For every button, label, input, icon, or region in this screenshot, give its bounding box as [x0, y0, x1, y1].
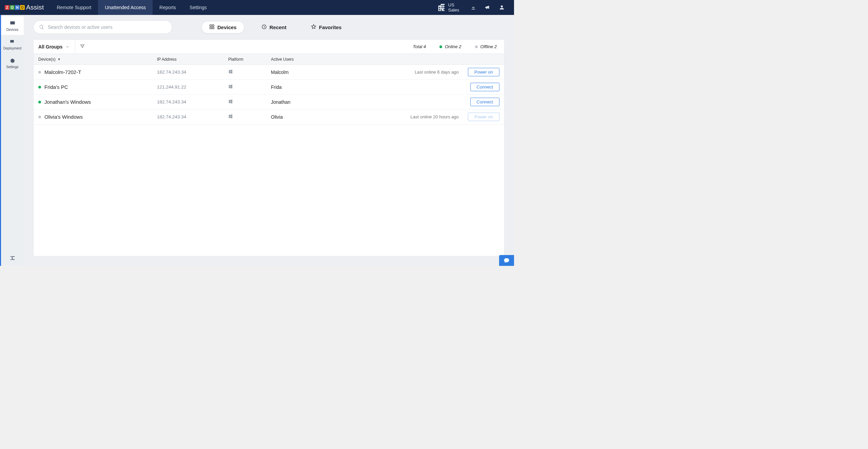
tab-devices[interactable]: Devices: [201, 21, 244, 34]
online-dot-icon: [439, 45, 442, 48]
platform-cell: [228, 99, 271, 105]
svg-rect-0: [210, 25, 212, 26]
content-card: All Groups Total 4 Online 2 Offline 2 De…: [33, 39, 505, 256]
user-icon[interactable]: [498, 4, 505, 11]
status-dot-icon: [38, 71, 41, 74]
main: DevicesRecentFavorites All Groups Total …: [24, 15, 514, 266]
sort-indicator-icon: ▼: [58, 58, 61, 61]
view-tabs: DevicesRecentFavorites: [201, 21, 349, 34]
search-box[interactable]: [33, 20, 172, 34]
collapse-sidebar-button[interactable]: [1, 255, 24, 261]
svg-rect-1: [212, 25, 214, 26]
svg-rect-2: [210, 27, 212, 29]
monitor-icon: [9, 20, 16, 26]
monitor-plus-icon: [9, 39, 16, 45]
col-device[interactable]: Device(s) ▼: [38, 57, 157, 62]
stat-online: Online 2: [439, 44, 461, 49]
chevron-down-icon: [65, 45, 70, 49]
gear-icon: [9, 58, 16, 64]
device-name: Olivia's Windows: [44, 114, 83, 120]
last-online: Last online 6 days ago: [362, 70, 459, 75]
stat-total: Total 4: [413, 44, 426, 49]
offline-dot-icon: [475, 45, 478, 48]
stat-offline: Offline 2: [475, 44, 497, 49]
device-name: Jonathan's Windows: [44, 99, 91, 105]
topnav-remote-support[interactable]: Remote Support: [50, 0, 98, 15]
logo: Z O H O Assist: [0, 4, 50, 11]
topnav-settings[interactable]: Settings: [183, 0, 214, 15]
active-user: Olivia: [271, 114, 362, 120]
tab-favorites[interactable]: Favorites: [303, 21, 349, 33]
sidebar-label: Deployment: [3, 46, 21, 50]
platform-cell: [228, 114, 271, 120]
group-selector[interactable]: All Groups: [38, 40, 75, 54]
table-row[interactable]: Malcolm-7202-T182.74.243.34MalcolmLast o…: [34, 65, 504, 80]
sidebar-item-settings[interactable]: Settings: [1, 54, 24, 72]
announcement-icon[interactable]: [484, 4, 491, 11]
active-user: Malcolm: [271, 70, 362, 75]
tab-recent[interactable]: Recent: [254, 21, 294, 33]
sidebar-label: Settings: [6, 65, 18, 69]
org-name: US Sales: [448, 2, 459, 13]
chat-fab[interactable]: [499, 255, 514, 266]
svg-rect-3: [212, 27, 214, 29]
building-icon: [437, 3, 446, 12]
topnav-reports[interactable]: Reports: [153, 0, 183, 15]
topnav-right: US Sales: [434, 1, 514, 14]
col-user[interactable]: Active Users: [271, 57, 362, 62]
windows-icon: [228, 114, 233, 120]
device-name: Malcolm-7202-T: [44, 69, 81, 75]
toolbar: DevicesRecentFavorites: [24, 15, 514, 39]
platform-cell: [228, 69, 271, 75]
filter-icon[interactable]: [80, 44, 85, 50]
search-icon: [39, 24, 44, 30]
status-dot-icon: [38, 116, 41, 118]
table-body: Malcolm-7202-T182.74.243.34MalcolmLast o…: [34, 65, 504, 124]
ip-address: 121.244.91.22: [157, 84, 228, 90]
windows-icon: [228, 84, 233, 90]
tab-icon: [209, 24, 215, 31]
search-input[interactable]: [48, 24, 166, 30]
connect-button[interactable]: Connect: [470, 98, 499, 106]
sidebar-item-devices[interactable]: Devices: [1, 16, 24, 35]
table-row[interactable]: Frida's PC121.244.91.22FridaConnect: [34, 80, 504, 95]
caret-down-icon: [461, 6, 462, 9]
power-on-button[interactable]: Power on: [468, 68, 499, 76]
ip-address: 182.74.243.34: [157, 70, 228, 75]
windows-icon: [228, 70, 233, 75]
status-dot-icon: [38, 101, 41, 103]
tab-icon: [261, 24, 267, 31]
last-online: Last online 20 hours ago: [362, 114, 459, 119]
topnav-unattended-access[interactable]: Unattended Access: [98, 0, 153, 15]
filter-bar: All Groups Total 4 Online 2 Offline 2: [34, 40, 504, 54]
platform-cell: [228, 84, 271, 90]
col-platform[interactable]: Platform: [228, 57, 271, 62]
tab-icon: [311, 24, 316, 31]
ip-address: 182.74.243.34: [157, 99, 228, 104]
sidebar: DevicesDeploymentSettings: [0, 15, 24, 266]
table-header: Device(s) ▼ IP Address Platform Active U…: [34, 54, 504, 65]
zoho-logo-icon: Z O H O: [5, 5, 25, 10]
active-user: Jonathan: [271, 99, 362, 105]
status-dot-icon: [38, 86, 41, 89]
table-row[interactable]: Olivia's Windows182.74.243.34OliviaLast …: [34, 110, 504, 124]
device-name: Frida's PC: [44, 84, 68, 90]
windows-icon: [228, 99, 233, 105]
connect-button[interactable]: Connect: [470, 83, 499, 91]
download-icon[interactable]: [470, 4, 477, 11]
org-selector[interactable]: US Sales: [434, 1, 465, 14]
power-on-button[interactable]: Power on: [468, 113, 499, 121]
sidebar-item-deployment[interactable]: Deployment: [1, 35, 24, 54]
table-row[interactable]: Jonathan's Windows182.74.243.34JonathanC…: [34, 95, 504, 110]
top-nav: Z O H O Assist Remote SupportUnattended …: [0, 0, 514, 15]
product-name: Assist: [26, 4, 44, 11]
app-root: Z O H O Assist Remote SupportUnattended …: [0, 0, 514, 266]
ip-address: 182.74.243.34: [157, 114, 228, 119]
active-user: Frida: [271, 84, 362, 90]
body: DevicesDeploymentSettings DevicesRecentF…: [0, 15, 514, 266]
col-ip[interactable]: IP Address: [157, 57, 228, 62]
sidebar-label: Devices: [6, 28, 19, 32]
